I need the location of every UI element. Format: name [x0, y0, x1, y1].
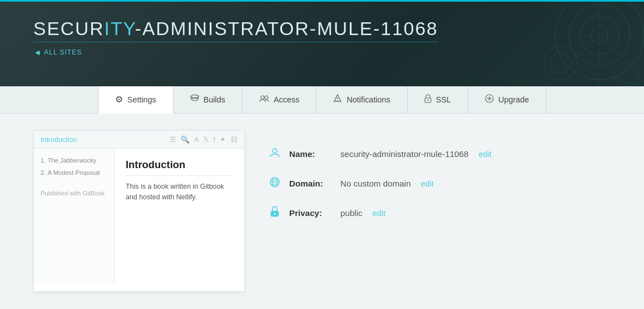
svg-point-9 — [551, 53, 571, 73]
twitter-icon: 𝕏 — [203, 135, 209, 144]
ssl-icon — [424, 94, 432, 105]
preview-sidebar: 1. The Jabberwocky 2. A Modest Proposal … — [34, 149, 244, 282]
site-title: SECURITY-ADMINISTRATOR-MULE-11068 — [33, 18, 438, 42]
notifications-icon — [333, 94, 342, 105]
settings-panel: Name: security-administrator-mule-11068 … — [267, 130, 611, 236]
svg-point-22 — [273, 149, 277, 153]
preview-published: Published with GitBook — [41, 190, 107, 197]
svg-point-13 — [261, 96, 264, 99]
tab-access[interactable]: Access — [242, 86, 316, 113]
toc-item-2: 2. A Modest Proposal — [41, 166, 107, 179]
toc-item-1: 1. The Jabberwocky — [41, 154, 107, 166]
main-content: Introduction ☰ 🔍 A 𝕏 f ✦ ⛓ 1. The Jabber… — [0, 114, 644, 308]
tab-settings-label: Settings — [127, 95, 156, 104]
svg-point-14 — [265, 96, 268, 99]
privacy-setting-row: Privacy: public edit — [267, 206, 611, 220]
domain-icon — [267, 176, 283, 190]
title-suffix: -ADMINISTRATOR-MULE-11068 — [135, 18, 438, 39]
domain-label: Domain: — [289, 179, 334, 188]
tab-settings[interactable]: ⚙ Settings — [98, 86, 174, 114]
name-edit-link[interactable]: edit — [478, 150, 491, 159]
preview-header: Introduction ☰ 🔍 A 𝕏 f ✦ ⛓ — [34, 131, 244, 149]
domain-setting-row: Domain: No custom domain edit — [267, 176, 611, 190]
settings-icon: ⚙ — [115, 94, 123, 105]
svg-point-16 — [338, 100, 338, 100]
privacy-icon — [267, 206, 283, 220]
preview-header-icons: ☰ 🔍 A 𝕏 f ✦ ⛓ — [170, 135, 237, 144]
all-sites-link[interactable]: ◄ ALL SITES — [33, 48, 82, 57]
toc-item-2-title: A Modest Proposal — [48, 169, 100, 176]
toc-item-1-title: The Jabberwocky — [48, 157, 97, 164]
back-arrow-icon: ◄ — [33, 48, 42, 57]
builds-icon — [190, 95, 199, 105]
search-icon: 🔍 — [181, 135, 190, 144]
link-icon: ⛓ — [230, 135, 237, 144]
font-icon: A — [194, 135, 199, 144]
title-prefix: SECUR — [33, 18, 105, 39]
name-icon — [267, 147, 283, 161]
name-label: Name: — [289, 149, 334, 159]
access-icon — [259, 95, 269, 105]
privacy-edit-link[interactable]: edit — [373, 209, 385, 218]
header: SECURITY-ADMINISTRATOR-MULE-11068 ◄ ALL … — [0, 0, 644, 86]
preview-intro-link[interactable]: Introduction — [41, 136, 77, 144]
tab-builds-label: Builds — [204, 95, 225, 104]
tab-ssl-label: SSL — [436, 95, 451, 104]
name-setting-row: Name: security-administrator-mule-11068 … — [267, 147, 611, 161]
tab-builds[interactable]: Builds — [174, 86, 242, 113]
tab-notifications[interactable]: Notifications — [316, 86, 407, 113]
svg-point-8 — [544, 46, 577, 80]
tab-upgrade[interactable]: Upgrade — [468, 86, 546, 113]
header-decoration — [477, 2, 644, 86]
preview-body-title: Introduction — [126, 159, 233, 176]
toc-item-2-number: 2. — [41, 169, 46, 176]
tab-access-label: Access — [274, 95, 299, 104]
nav-tabs: ⚙ Settings Builds Access — [0, 86, 644, 114]
tab-ssl[interactable]: SSL — [408, 86, 468, 113]
toc-item-1-number: 1. — [41, 157, 46, 164]
svg-point-10 — [615, 62, 640, 86]
upgrade-icon — [485, 94, 494, 105]
tab-notifications-label: Notifications — [346, 95, 390, 104]
svg-point-18 — [427, 100, 428, 101]
svg-point-11 — [191, 95, 199, 98]
privacy-label: Privacy: — [289, 208, 334, 218]
preview-body-text: This is a book written in Gitbook and ho… — [126, 182, 233, 202]
tab-upgrade-label: Upgrade — [498, 95, 529, 104]
privacy-value: public — [340, 208, 363, 218]
domain-edit-link[interactable]: edit — [421, 179, 434, 188]
preview-toc: 1. The Jabberwocky 2. A Modest Proposal … — [34, 149, 115, 282]
title-highlight: ITY — [105, 18, 135, 39]
share-icon: ✦ — [220, 135, 226, 144]
back-link-label: ALL SITES — [44, 48, 82, 56]
list-icon: ☰ — [170, 135, 176, 144]
svg-point-29 — [274, 213, 276, 215]
facebook-icon: f — [213, 135, 215, 144]
preview-card: Introduction ☰ 🔍 A 𝕏 f ✦ ⛓ 1. The Jabber… — [33, 130, 245, 292]
domain-value: No custom domain — [340, 179, 411, 188]
preview-body: Introduction This is a book written in G… — [115, 149, 244, 282]
name-value: security-administrator-mule-11068 — [340, 149, 468, 159]
